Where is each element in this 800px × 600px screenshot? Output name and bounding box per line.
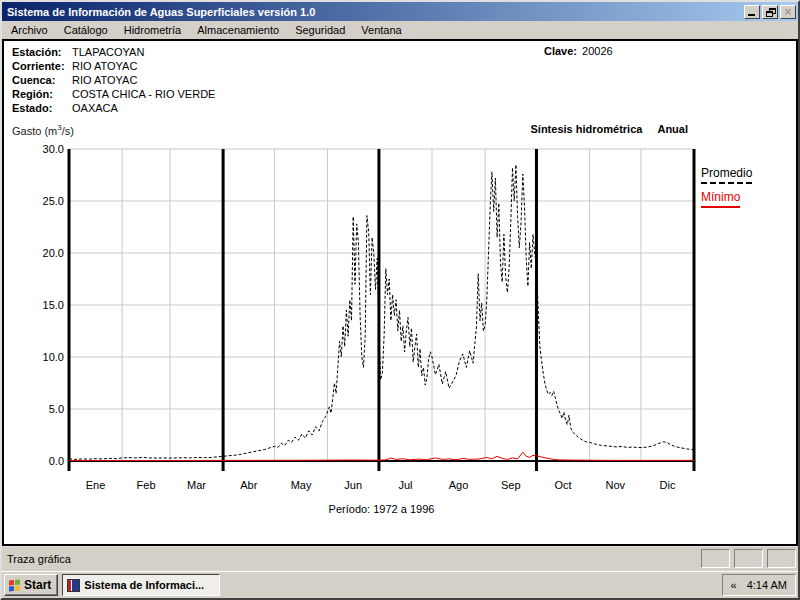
region-row: Región: COSTA CHICA - RIO VERDE xyxy=(12,87,215,101)
y-tick-label: 20.0 xyxy=(43,247,64,259)
x-tick-label: Abr xyxy=(240,479,257,491)
close-button[interactable]: × xyxy=(780,5,796,19)
title-bar[interactable]: Sistema de Información de Aguas Superfic… xyxy=(2,2,798,21)
y-tick-label: 30.0 xyxy=(43,143,64,155)
task-label: Sistema de Informaci... xyxy=(84,579,204,591)
x-tick-label: Jul xyxy=(398,479,412,491)
x-tick-label: Dic xyxy=(660,479,676,491)
cuenca-label: Cuenca: xyxy=(12,73,72,87)
menu-ventana[interactable]: Ventana xyxy=(353,22,409,38)
cuenca-row: Cuenca: RIO ATOYAC xyxy=(12,73,215,87)
y-tick-label: 15.0 xyxy=(43,299,64,311)
region-value: COSTA CHICA - RIO VERDE xyxy=(72,87,215,101)
station-info: Estación: TLAPACOYAN Corriente: RIO ATOY… xyxy=(12,45,215,115)
app-icon xyxy=(67,579,80,592)
menu-archivo[interactable]: Archivo xyxy=(3,22,56,38)
cuenca-value: RIO ATOYAC xyxy=(72,73,137,87)
x-tick-label: Sep xyxy=(501,479,521,491)
chart-legend: Promedio Mínimo xyxy=(701,167,752,215)
restore-icon xyxy=(766,8,776,17)
x-tick-label: Ene xyxy=(86,479,106,491)
minimize-icon xyxy=(748,14,755,16)
tray-collapse-icon[interactable]: « xyxy=(731,579,737,591)
y-tick-label: 10.0 xyxy=(43,351,64,363)
synthesis-mode: Anual xyxy=(657,123,688,135)
start-button[interactable]: Start xyxy=(4,574,58,596)
hydrograph-chart: 0.05.010.015.020.025.030.0EneFebMarAbrMa… xyxy=(4,141,800,531)
corriente-row: Corriente: RIO ATOYAC xyxy=(12,59,215,73)
status-pane xyxy=(701,549,730,568)
x-tick-label: Jun xyxy=(344,479,362,491)
chart-caption: Período: 1972 a 1996 xyxy=(329,503,435,515)
synthesis-label: Síntesis hidrométrica xyxy=(531,123,643,135)
station-value: TLAPACOYAN xyxy=(72,45,144,59)
menu-bar: Archivo Catálogo Hidrometría Almacenamie… xyxy=(2,21,798,39)
x-tick-label: Mar xyxy=(187,479,206,491)
menu-seguridad[interactable]: Seguridad xyxy=(287,22,353,38)
legend-promedio: Promedio xyxy=(701,167,752,184)
window-title: Sistema de Información de Aguas Superfic… xyxy=(7,6,742,18)
station-label: Estación: xyxy=(12,45,72,59)
start-label: Start xyxy=(24,578,51,592)
minimize-button[interactable] xyxy=(744,5,760,19)
system-tray: « 4:14 AM xyxy=(722,574,796,596)
y-tick-label: 5.0 xyxy=(49,403,64,415)
estado-value: OAXACA xyxy=(72,101,118,115)
estado-label: Estado: xyxy=(12,101,72,115)
status-panes xyxy=(697,549,796,568)
corriente-label: Corriente: xyxy=(12,59,72,73)
clock[interactable]: 4:14 AM xyxy=(747,579,787,591)
taskbar-task-button[interactable]: Sistema de Informaci... xyxy=(62,574,220,596)
y-tick-label: 0.0 xyxy=(49,455,64,467)
clave-value: 20026 xyxy=(582,45,613,57)
x-tick-label: Oct xyxy=(554,479,571,491)
series-mínimo xyxy=(69,452,694,460)
x-tick-label: Ago xyxy=(449,479,469,491)
region-label: Región: xyxy=(12,87,72,101)
close-icon: × xyxy=(784,7,791,17)
status-pane xyxy=(734,549,763,568)
legend-minimo: Mínimo xyxy=(701,191,740,208)
y-axis-title: Gasto (m3/s) xyxy=(12,123,74,137)
menu-almacenamiento[interactable]: Almacenamiento xyxy=(189,22,287,38)
status-pane xyxy=(767,549,796,568)
x-tick-label: May xyxy=(291,479,312,491)
status-bar: Traza gráfica xyxy=(2,546,798,571)
menu-hidrometria[interactable]: Hidrometría xyxy=(116,22,189,38)
clave-label: Clave: xyxy=(544,45,577,57)
series-promedio xyxy=(69,165,694,460)
station-row: Estación: TLAPACOYAN xyxy=(12,45,215,59)
clave-field: Clave: 20026 xyxy=(544,45,613,57)
estado-row: Estado: OAXACA xyxy=(12,101,215,115)
y-tick-label: 25.0 xyxy=(43,195,64,207)
synthesis-title: Síntesis hidrométrica Anual xyxy=(531,123,689,135)
windows-logo-icon xyxy=(9,579,20,591)
status-text: Traza gráfica xyxy=(7,553,71,565)
menu-catalogo[interactable]: Catálogo xyxy=(56,22,116,38)
app-window: Sistema de Información de Aguas Superfic… xyxy=(0,0,800,600)
corriente-value: RIO ATOYAC xyxy=(72,59,137,73)
x-tick-label: Nov xyxy=(605,479,625,491)
client-area: Estación: TLAPACOYAN Corriente: RIO ATOY… xyxy=(2,39,798,546)
taskbar: Start Sistema de Informaci... « 4:14 AM xyxy=(2,571,798,598)
x-tick-label: Feb xyxy=(137,479,156,491)
restore-button[interactable] xyxy=(762,5,778,19)
